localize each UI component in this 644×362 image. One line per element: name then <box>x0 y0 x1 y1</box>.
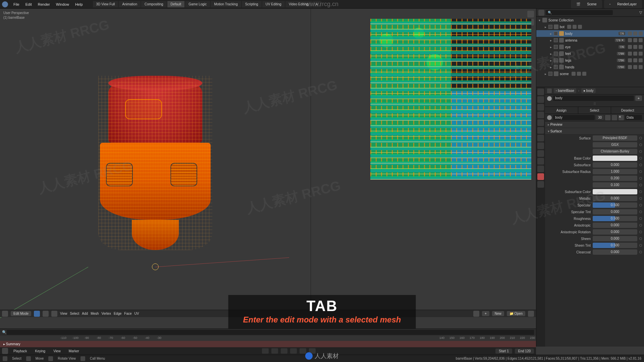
eye-icon[interactable] <box>573 25 577 29</box>
checkbox-icon[interactable] <box>548 25 552 29</box>
tab-viewlayer-props[interactable] <box>537 104 544 111</box>
property-value[interactable]: 0.000 <box>593 162 637 168</box>
restrict-render-icon[interactable] <box>578 25 582 29</box>
outliner-item[interactable]: ▸feet▽99 <box>536 50 644 57</box>
timeline-ruler[interactable]: -110-100-90-80-70-60-50-40-3014015016017… <box>0 336 536 341</box>
timeline-summary-track[interactable]: ▸ Summary <box>0 341 536 348</box>
new-material-icon[interactable] <box>605 115 610 120</box>
property-value[interactable]: 1.000 <box>593 169 637 174</box>
checkbox-icon[interactable] <box>554 32 558 36</box>
collapse-icon[interactable]: ▸ <box>549 39 552 42</box>
tab-compositing[interactable]: Compositing <box>141 1 167 7</box>
frame-start-field[interactable]: Start 1 <box>495 349 512 354</box>
collapse-icon[interactable]: ▸ <box>544 72 547 76</box>
scene-selector[interactable]: 🎬Scene <box>571 0 602 8</box>
tab-scene-props[interactable] <box>537 112 544 118</box>
restrict-select-icon[interactable] <box>628 32 632 36</box>
property-dropdown[interactable]: Principled BSDF <box>593 135 637 141</box>
material-name-field[interactable]: body <box>553 115 595 120</box>
material-add-button[interactable]: + <box>635 96 642 101</box>
checkbox-icon[interactable] <box>554 58 558 62</box>
material-slot-name[interactable]: body <box>553 96 634 101</box>
mode-selector[interactable]: Edit Mode <box>11 311 31 316</box>
section-surface[interactable]: Surface <box>545 128 644 135</box>
uv-pin-icon[interactable] <box>528 311 534 317</box>
select-button[interactable]: Select <box>578 107 611 114</box>
tab-output-props[interactable] <box>537 96 544 103</box>
checkbox-icon[interactable] <box>554 65 558 69</box>
menu-uv[interactable]: UV <box>135 312 139 315</box>
restrict-render-icon[interactable] <box>639 32 643 36</box>
menu-file[interactable]: File <box>11 1 22 8</box>
next-key-icon[interactable] <box>300 348 306 354</box>
outliner-scene-collection[interactable]: ▾ Scene Collection <box>536 17 644 23</box>
menu-edge[interactable]: Edge <box>114 312 121 315</box>
outliner-item[interactable]: ▸eye▽6 <box>536 44 644 50</box>
unlink-material-icon[interactable]: ✕ <box>619 115 624 120</box>
eye-icon[interactable] <box>577 72 581 76</box>
tab-uv-editing[interactable]: UV Editing <box>262 1 285 7</box>
mesh-barrel[interactable] <box>98 76 212 250</box>
editor-type-icon[interactable] <box>2 311 8 317</box>
restrict-render-icon[interactable] <box>639 52 643 56</box>
menu-keying[interactable]: Keying <box>33 349 48 354</box>
keyframe-dot-icon[interactable] <box>639 190 642 193</box>
uv-editor-type-icon[interactable] <box>473 311 479 317</box>
menu-help[interactable]: Help <box>72 1 86 8</box>
keyframe-dot-icon[interactable] <box>639 137 642 139</box>
collapse-icon[interactable]: ▸ <box>549 65 552 69</box>
keyframe-dot-icon[interactable] <box>639 244 642 247</box>
property-slider[interactable]: 0.500 <box>593 216 637 221</box>
eye-icon[interactable] <box>633 52 637 56</box>
restrict-select-icon[interactable] <box>628 58 632 62</box>
uv-layout[interactable] <box>370 19 531 180</box>
keyframe-dot-icon[interactable] <box>639 237 642 240</box>
outliner[interactable]: ▾ Scene Collection ▸bot▸body▽6▸antenna▽9… <box>536 17 644 87</box>
renderlayer-selector[interactable]: ▫RenderLayer <box>604 0 642 8</box>
uv-open-button[interactable]: 📁 Open <box>507 311 525 316</box>
eye-icon[interactable] <box>633 32 637 36</box>
restrict-select-icon[interactable] <box>572 72 576 76</box>
outliner-item[interactable]: ▸scene <box>536 70 644 77</box>
tab-world-props[interactable] <box>537 119 544 126</box>
restrict-render-icon[interactable] <box>639 65 643 69</box>
keyframe-dot-icon[interactable] <box>639 217 642 220</box>
tab-render-props[interactable] <box>537 88 544 95</box>
deselect-button[interactable]: Deselect <box>611 107 644 114</box>
tab-mesh-data-props[interactable] <box>537 166 544 172</box>
keyframe-dot-icon[interactable] <box>639 184 642 186</box>
uv-new-button[interactable]: New <box>492 311 504 316</box>
outliner-item[interactable]: ▸hands▽50 <box>536 64 644 70</box>
menu-select[interactable]: Select <box>70 312 79 315</box>
keyframe-dot-icon[interactable] <box>639 210 642 213</box>
restrict-render-icon[interactable] <box>639 38 643 42</box>
viewport-uv-editor[interactable]: + New 📁 Open <box>311 9 536 317</box>
collapse-icon[interactable]: ▸ <box>549 32 552 36</box>
restrict-select-icon[interactable] <box>628 65 632 69</box>
menu-face[interactable]: Face <box>124 312 131 315</box>
checkbox-icon[interactable] <box>554 38 558 42</box>
tab-physics-props[interactable] <box>537 150 544 157</box>
property-dropdown[interactable]: GGX <box>593 142 637 147</box>
keyframe-dot-icon[interactable] <box>639 231 642 233</box>
keyframe-dot-icon[interactable] <box>639 197 642 200</box>
property-dropdown[interactable]: Christensen-Burley <box>593 149 637 154</box>
tab-default[interactable]: Default <box>167 1 185 7</box>
tab-texture-props[interactable] <box>537 181 544 188</box>
material-users[interactable]: 30 <box>596 115 604 120</box>
tab-3d-view-full[interactable]: 3D View Full <box>93 1 118 7</box>
outliner-item[interactable]: ▸legs▽56 <box>536 57 644 64</box>
tab-constraint-props[interactable] <box>537 158 544 165</box>
collapse-icon[interactable]: ▾ <box>538 18 541 22</box>
timeline-editor-icon[interactable] <box>2 348 8 354</box>
collapse-icon[interactable]: ▸ <box>549 45 552 49</box>
pin-icon[interactable] <box>547 88 552 93</box>
menu-vertex[interactable]: Vertex <box>102 312 111 315</box>
keyframe-dot-icon[interactable] <box>639 224 642 227</box>
keyframe-dot-icon[interactable] <box>639 143 642 146</box>
play-reverse-icon[interactable] <box>281 348 287 354</box>
tab-particle-props[interactable] <box>537 142 544 149</box>
menu-render[interactable]: Render <box>35 1 53 8</box>
color-swatch[interactable] <box>593 189 637 194</box>
eye-icon[interactable] <box>633 58 637 62</box>
